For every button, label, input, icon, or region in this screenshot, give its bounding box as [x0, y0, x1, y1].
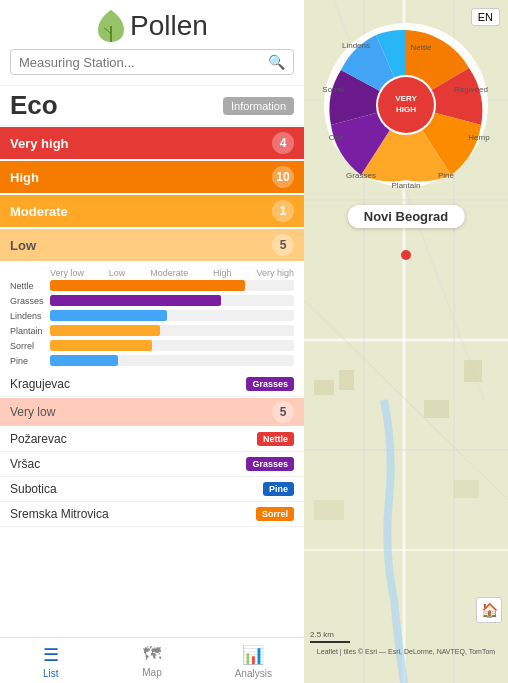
- eco-label: Eco: [10, 90, 58, 121]
- svg-rect-14: [464, 360, 482, 382]
- divider-very-low: Very low 5: [0, 398, 304, 426]
- scale-labels: Very low Low Moderate High Very high: [10, 268, 294, 278]
- map-pin: [401, 250, 411, 260]
- station-subotica[interactable]: Subotica Pine: [0, 477, 304, 502]
- svg-rect-16: [454, 480, 479, 498]
- bar-container: [50, 340, 294, 351]
- bar-row-lindens: Lindens: [10, 310, 294, 321]
- bottom-nav: ☰ List 🗺 Map 📊 Analysis: [0, 637, 304, 683]
- station-pozarevac[interactable]: Požarevac Nettle: [0, 427, 304, 452]
- scale-bar: 2.5 km: [310, 630, 350, 643]
- nav-map[interactable]: 🗺 Map: [101, 638, 202, 683]
- bar-fill: [50, 295, 221, 306]
- city-label: Novi Beograd: [348, 205, 465, 228]
- map-icon: 🗺: [143, 644, 161, 665]
- svg-rect-13: [424, 400, 449, 418]
- right-panel: EN VE: [304, 0, 508, 683]
- chart-section: Very low Low Moderate High Very high Net…: [0, 262, 304, 372]
- svg-text:Grasses: Grasses: [346, 171, 376, 180]
- app-title: Pollen: [130, 10, 208, 42]
- bar-container: [50, 325, 294, 336]
- header: Pollen 🔍: [0, 0, 304, 86]
- bar-container: [50, 280, 294, 291]
- info-button[interactable]: Information: [223, 97, 294, 115]
- map-attribution: Leaflet | tiles © Esri — Esri, DeLorme, …: [304, 648, 508, 655]
- svg-rect-15: [314, 500, 344, 520]
- category-high[interactable]: High 10: [0, 161, 304, 193]
- bar-fill: [50, 280, 245, 291]
- bar-fill: [50, 355, 118, 366]
- analysis-icon: 📊: [242, 644, 264, 666]
- svg-text:Sorrel: Sorrel: [322, 85, 344, 94]
- svg-text:HIGH: HIGH: [396, 105, 416, 114]
- left-panel: Pollen 🔍 Eco Information Very high 4 Hig…: [0, 0, 304, 683]
- home-button[interactable]: 🏠: [476, 597, 502, 623]
- bar-row-sorrel: Sorrel: [10, 340, 294, 351]
- station-vrsac[interactable]: Vršac Grasses: [0, 452, 304, 477]
- bar-label: Sorrel: [10, 341, 50, 351]
- list-icon: ☰: [43, 644, 59, 666]
- category-moderate[interactable]: Moderate 1: [0, 195, 304, 227]
- bar-row-pine: Pine: [10, 355, 294, 366]
- bar-container: [50, 355, 294, 366]
- bar-row-plantain: Plantain: [10, 325, 294, 336]
- svg-rect-12: [339, 370, 354, 390]
- nav-list[interactable]: ☰ List: [0, 638, 101, 683]
- eco-bar: Eco Information: [0, 86, 304, 126]
- svg-text:Nettle: Nettle: [411, 43, 432, 52]
- pollen-wheel-svg: VERY HIGH Nettle Ragweed Hemp Pine Plant…: [321, 20, 491, 190]
- bar-label: Pine: [10, 356, 50, 366]
- svg-text:Hemp: Hemp: [468, 133, 490, 142]
- bar-label: Plantain: [10, 326, 50, 336]
- svg-text:VERY: VERY: [395, 94, 417, 103]
- search-bar[interactable]: 🔍: [10, 49, 294, 75]
- svg-text:Plantain: Plantain: [392, 181, 421, 190]
- bar-fill: [50, 340, 152, 351]
- bar-fill: [50, 310, 167, 321]
- bar-label: Lindens: [10, 311, 50, 321]
- category-low[interactable]: Low 5: [0, 229, 304, 261]
- bar-label: Nettle: [10, 281, 50, 291]
- svg-rect-11: [314, 380, 334, 395]
- station-sremska-mitrovica[interactable]: Sremska Mitrovica Sorrel: [0, 502, 304, 527]
- bar-container: [50, 295, 294, 306]
- station-list: Kragujevac Grasses Very low 5 Požarevac …: [0, 372, 304, 637]
- bar-row-grasses: Grasses: [10, 295, 294, 306]
- app-logo: Pollen: [0, 8, 304, 43]
- bar-container: [50, 310, 294, 321]
- bar-label: Grasses: [10, 296, 50, 306]
- svg-text:Ragweed: Ragweed: [454, 85, 488, 94]
- search-input[interactable]: [19, 55, 268, 70]
- category-very-high[interactable]: Very high 4: [0, 127, 304, 159]
- bar-fill: [50, 325, 160, 336]
- station-kragujevac[interactable]: Kragujevac Grasses: [0, 372, 304, 397]
- pollen-wheel: VERY HIGH Nettle Ragweed Hemp Pine Plant…: [321, 20, 491, 190]
- svg-text:Pine: Pine: [438, 171, 455, 180]
- search-icon[interactable]: 🔍: [268, 54, 285, 70]
- svg-text:Lindens: Lindens: [342, 41, 370, 50]
- bar-row-nettle: Nettle: [10, 280, 294, 291]
- svg-text:Oak: Oak: [329, 133, 345, 142]
- bars-container: Nettle Grasses Lindens Plantain Sorrel: [10, 280, 294, 366]
- scale-line: [310, 641, 350, 643]
- leaf-icon: [96, 8, 126, 43]
- nav-analysis[interactable]: 📊 Analysis: [203, 638, 304, 683]
